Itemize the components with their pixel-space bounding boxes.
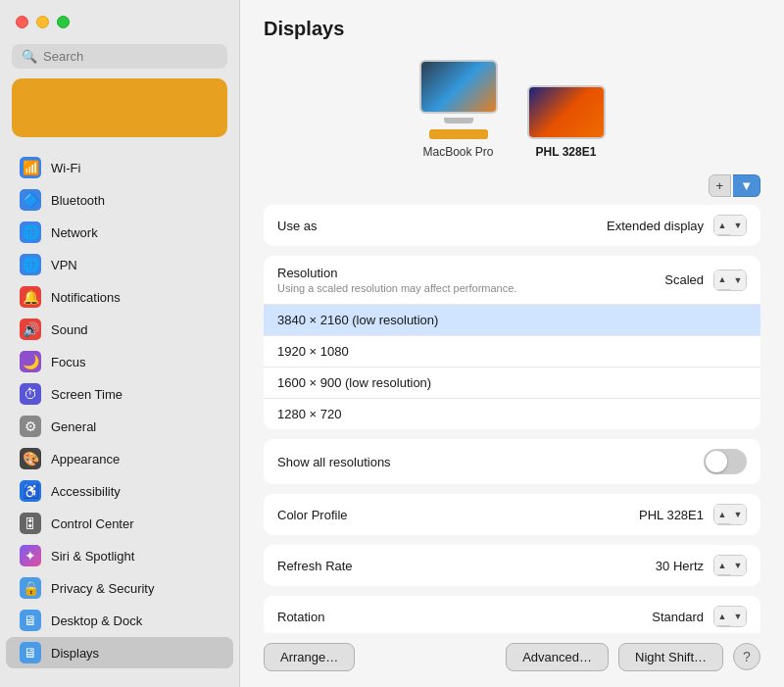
use-as-stepper-up[interactable]: ▲ (714, 216, 730, 235)
resolution-row: Resolution Using a scaled resolution may… (264, 256, 760, 305)
sidebar-item-label-displays: Displays (51, 646, 99, 661)
resolution-stepper-up[interactable]: ▲ (714, 270, 730, 290)
sidebar-item-privacy[interactable]: 🔒Privacy & Security (6, 572, 233, 604)
sidebar-item-label-wifi: Wi-Fi (51, 161, 80, 175)
display-item-external: PHL 328E1 (527, 85, 606, 159)
displays-icon: 🖥 (20, 642, 41, 663)
siri-icon: ✦ (20, 545, 41, 566)
refresh-rate-stepper-up[interactable]: ▲ (714, 556, 730, 575)
resolution-sublabel: Using a scaled resolution may affect per… (277, 282, 516, 294)
sidebar-item-siri[interactable]: ✦Siri & Spotlight (6, 540, 233, 571)
sidebar: 🔍 📶Wi-Fi🔷Bluetooth🌐Network🌐VPN🔔Notificat… (0, 0, 240, 687)
bottom-buttons: Arrange… Advanced… Night Shift… ? (240, 633, 784, 687)
show-all-toggle[interactable] (704, 449, 747, 474)
sidebar-item-controlcenter[interactable]: 🎛Control Center (6, 508, 233, 539)
rotation-section: Rotation Standard ▲ ▼ (264, 596, 760, 633)
search-box[interactable]: 🔍 (12, 44, 227, 69)
desktop-icon: 🖥 (20, 610, 41, 631)
sidebar-item-sound[interactable]: 🔊Sound (6, 314, 233, 345)
sidebar-item-bluetooth[interactable]: 🔷Bluetooth (6, 184, 233, 216)
sidebar-item-appearance[interactable]: 🎨Appearance (6, 443, 233, 474)
screentime-icon: ⏱ (20, 383, 41, 405)
color-profile-row: Color Profile PHL 328E1 ▲ ▼ (264, 494, 760, 535)
resolution-option-res4[interactable]: 1280 × 720 (264, 399, 760, 429)
arrange-button[interactable]: Arrange… (264, 643, 355, 671)
sidebar-item-network[interactable]: 🌐Network (6, 217, 233, 248)
add-display-button[interactable]: + (709, 174, 732, 197)
sidebar-item-label-appearance: Appearance (51, 452, 120, 466)
external-preview[interactable] (527, 85, 606, 139)
resolution-value: Scaled ▲ ▼ (664, 270, 747, 291)
sidebar-list: 📶Wi-Fi🔷Bluetooth🌐Network🌐VPN🔔Notificatio… (0, 147, 239, 687)
appearance-icon: 🎨 (20, 448, 41, 469)
color-profile-stepper-up[interactable]: ▲ (714, 505, 730, 524)
page-title: Displays (240, 0, 784, 50)
focus-icon: 🌙 (20, 351, 41, 372)
search-icon: 🔍 (22, 49, 37, 64)
sidebar-item-label-accessibility: Accessibility (51, 484, 121, 499)
macbook-stand (444, 118, 473, 123)
show-all-label: Show all resolutions (277, 455, 391, 469)
resolution-section: Resolution Using a scaled resolution may… (264, 256, 760, 429)
traffic-lights (0, 0, 239, 38)
sidebar-item-screentime[interactable]: ⏱Screen Time (6, 378, 233, 410)
use-as-section: Use as Extended display ▲ ▼ (264, 205, 760, 246)
advanced-button[interactable]: Advanced… (506, 643, 609, 671)
resolution-label: Resolution (277, 266, 337, 280)
sidebar-item-displays[interactable]: 🖥Displays (6, 637, 233, 668)
resolution-stepper-down[interactable]: ▼ (730, 270, 746, 290)
settings-panel: Use as Extended display ▲ ▼ Resolution U… (240, 205, 784, 633)
use-as-row: Use as Extended display ▲ ▼ (264, 205, 760, 246)
sidebar-item-desktop[interactable]: 🖥Desktop & Dock (6, 605, 233, 636)
sidebar-item-notifications[interactable]: 🔔Notifications (6, 281, 233, 313)
sidebar-item-wifi[interactable]: 📶Wi-Fi (6, 152, 233, 183)
sidebar-item-label-siri: Siri & Spotlight (51, 549, 134, 564)
display-item-macbook: MacBook Pro (419, 60, 498, 159)
sidebar-item-vpn[interactable]: 🌐VPN (6, 249, 233, 280)
sidebar-item-label-focus: Focus (51, 355, 85, 369)
color-profile-value: PHL 328E1 ▲ ▼ (639, 504, 747, 525)
resolution-option-res3[interactable]: 1600 × 900 (low resolution) (264, 368, 760, 399)
sidebar-item-accessibility[interactable]: ♿Accessibility (6, 475, 233, 507)
resolution-option-res2[interactable]: 1920 × 1080 (264, 336, 760, 368)
close-button[interactable] (16, 16, 28, 28)
rotation-row: Rotation Standard ▲ ▼ (264, 596, 760, 633)
refresh-rate-stepper-down[interactable]: ▼ (730, 556, 746, 575)
wifi-icon: 📶 (20, 157, 41, 178)
color-profile-stepper[interactable]: ▲ ▼ (713, 504, 747, 525)
search-input[interactable] (43, 49, 218, 64)
color-profile-stepper-down[interactable]: ▼ (730, 505, 746, 524)
macbook-label: MacBook Pro (422, 145, 493, 159)
refresh-rate-value: 30 Hertz ▲ ▼ (656, 555, 747, 576)
sound-icon: 🔊 (20, 319, 41, 340)
minimize-button[interactable] (36, 16, 49, 28)
rotation-stepper-up[interactable]: ▲ (714, 607, 730, 626)
general-icon: ⚙ (20, 416, 41, 437)
use-as-stepper[interactable]: ▲ ▼ (713, 215, 747, 236)
zoom-button[interactable] (57, 16, 70, 28)
displays-preview-area: MacBook Pro PHL 328E1 (240, 50, 784, 174)
sidebar-item-label-notifications: Notifications (51, 290, 121, 305)
notifications-icon: 🔔 (20, 286, 41, 308)
refresh-rate-stepper[interactable]: ▲ ▼ (713, 555, 747, 576)
rotation-label: Rotation (277, 610, 324, 624)
macbook-preview[interactable] (419, 60, 498, 114)
help-button[interactable]: ? (733, 643, 760, 670)
color-profile-label: Color Profile (277, 508, 348, 522)
rotation-stepper[interactable]: ▲ ▼ (713, 606, 747, 627)
macbook-indicator (429, 129, 488, 139)
resolution-stepper[interactable]: ▲ ▼ (713, 270, 747, 291)
sidebar-item-general[interactable]: ⚙General (6, 411, 233, 442)
resolution-option-res1[interactable]: 3840 × 2160 (low resolution) (264, 305, 760, 336)
show-all-row: Show all resolutions (264, 439, 760, 484)
rotation-stepper-down[interactable]: ▼ (730, 607, 746, 626)
night-shift-button[interactable]: Night Shift… (618, 643, 723, 671)
right-buttons: Advanced… Night Shift… ? (506, 643, 760, 671)
sidebar-item-focus[interactable]: 🌙Focus (6, 346, 233, 377)
sidebar-item-label-controlcenter: Control Center (51, 516, 134, 531)
refresh-rate-row: Refresh Rate 30 Hertz ▲ ▼ (264, 545, 760, 586)
display-dropdown-button[interactable]: ▼ (733, 174, 760, 197)
use-as-stepper-down[interactable]: ▼ (730, 216, 746, 235)
controlcenter-icon: 🎛 (20, 513, 41, 534)
user-avatar (12, 78, 227, 137)
